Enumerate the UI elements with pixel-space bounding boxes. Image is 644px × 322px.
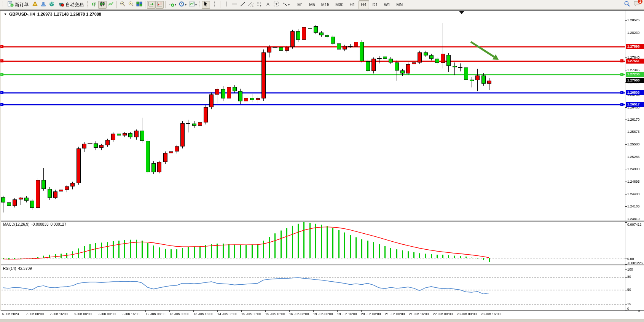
search-icon[interactable] bbox=[624, 1, 630, 8]
timeframe-group: M1M5M15M30H1H4D1W1MN bbox=[295, 0, 405, 9]
timeframe-button-M1[interactable]: M1 bbox=[295, 0, 306, 9]
signals-icon bbox=[49, 1, 55, 8]
crosshair-icon bbox=[211, 1, 217, 8]
chart-title: ▼ GBPUSD-,H4 1.26973 1.27148 1.26878 1.2… bbox=[4, 12, 101, 16]
timeframe-button-H4[interactable]: H4 bbox=[359, 0, 369, 9]
mt4-window: 新订单 自动交易 bbox=[0, 0, 644, 322]
timeframe-button-M30[interactable]: M30 bbox=[333, 0, 346, 9]
toolbar-separator bbox=[220, 1, 220, 8]
new-order-label: 新订单 bbox=[15, 2, 29, 8]
fibonacci-button[interactable]: F bbox=[255, 1, 264, 9]
rsi-value: 42.3709 bbox=[18, 266, 32, 271]
bar-chart-button[interactable] bbox=[90, 1, 98, 9]
toolbar-grip bbox=[87, 1, 89, 8]
toolbar-grip bbox=[199, 1, 201, 8]
timeframe-button-D1[interactable]: D1 bbox=[370, 0, 381, 9]
horizontal-line-icon bbox=[231, 1, 238, 8]
zoom-out-icon bbox=[128, 1, 134, 8]
rsi-name: RSI(14) bbox=[3, 266, 16, 271]
text-icon: A bbox=[266, 2, 269, 7]
chart-title-collapse-icon[interactable]: ▼ bbox=[4, 13, 7, 16]
candlestick-chart-icon bbox=[99, 1, 105, 8]
clock-icon bbox=[179, 1, 185, 8]
metaeditor-button[interactable] bbox=[31, 1, 39, 9]
crosshair-button[interactable] bbox=[210, 1, 218, 9]
macd-value: -0.000833 bbox=[31, 222, 48, 226]
zoom-out-button[interactable] bbox=[127, 1, 135, 9]
text-label-button[interactable]: T bbox=[272, 1, 281, 9]
equidistant-channel-icon: E bbox=[248, 1, 254, 8]
community-icon bbox=[40, 1, 46, 8]
chart-ohlc-values: 1.26973 1.27148 1.26878 1.27088 bbox=[37, 12, 101, 16]
toolbar-separator bbox=[165, 1, 166, 8]
chevron-down-icon: ▾ bbox=[185, 3, 187, 6]
timeframe-button-H1[interactable]: H1 bbox=[347, 0, 357, 9]
community-button[interactable] bbox=[39, 1, 48, 9]
toolbar-grip bbox=[292, 1, 293, 8]
vertical-line-button[interactable] bbox=[222, 1, 230, 9]
cursor-icon bbox=[203, 1, 209, 8]
auto-trading-icon bbox=[58, 1, 64, 8]
toolbar-right: 1 bbox=[624, 1, 644, 8]
macd-name: MACD(12,26,9) bbox=[3, 222, 29, 226]
macd-signal-value: 0.000127 bbox=[51, 222, 67, 226]
arrows-shapes-icon bbox=[282, 1, 288, 8]
rsi-indicator-label: RSI(14)42.3709 bbox=[3, 266, 34, 271]
line-chart-icon bbox=[108, 1, 114, 8]
periods-button[interactable]: ▾ bbox=[177, 1, 188, 9]
templates-icon bbox=[189, 1, 195, 8]
candlestick-chart-button[interactable] bbox=[98, 1, 107, 9]
metaeditor-icon bbox=[32, 1, 38, 8]
indicators-button[interactable]: ▾ bbox=[167, 1, 177, 9]
line-chart-button[interactable] bbox=[107, 1, 115, 9]
arrows-shapes-button[interactable]: ▾ bbox=[281, 1, 291, 9]
bar-chart-icon bbox=[91, 1, 97, 8]
chart-canvas[interactable] bbox=[0, 0, 644, 322]
new-order-button[interactable]: 新订单 bbox=[5, 1, 31, 9]
svg-text:E: E bbox=[252, 5, 253, 7]
timeframe-button-M5[interactable]: M5 bbox=[306, 0, 317, 9]
fibonacci-icon: F bbox=[257, 1, 263, 8]
chart-shift-icon bbox=[156, 1, 163, 8]
svg-text:T: T bbox=[276, 2, 278, 6]
chevron-down-icon: ▾ bbox=[175, 3, 176, 6]
zoom-in-icon bbox=[120, 1, 126, 8]
chevron-down-icon: ▾ bbox=[288, 3, 290, 6]
toolbar-separator bbox=[116, 1, 117, 8]
macd-indicator-label: MACD(12,26,9)-0.0008330.000127 bbox=[3, 222, 68, 226]
tile-windows-icon bbox=[136, 1, 142, 8]
cursor-button[interactable] bbox=[202, 1, 210, 9]
toolbar-separator bbox=[145, 1, 145, 8]
zoom-in-button[interactable] bbox=[118, 1, 127, 9]
timeframe-button-W1[interactable]: W1 bbox=[381, 0, 393, 9]
equidistant-channel-button[interactable]: E bbox=[247, 1, 255, 9]
auto-trading-label: 自动交易 bbox=[65, 2, 84, 8]
timeframe-button-MN[interactable]: MN bbox=[394, 0, 405, 9]
timeframe-button-M15[interactable]: M15 bbox=[319, 0, 332, 9]
chart-symbol-period: GBPUSD-,H4 bbox=[9, 12, 35, 16]
vertical-line-icon bbox=[223, 1, 229, 8]
toolbar: 新订单 自动交易 bbox=[0, 0, 644, 10]
indicators-icon bbox=[168, 1, 174, 8]
horizontal-line-button[interactable] bbox=[230, 1, 239, 9]
svg-text:F: F bbox=[260, 5, 262, 7]
trendline-icon bbox=[240, 1, 246, 8]
tile-windows-button[interactable] bbox=[135, 1, 143, 9]
text-button[interactable]: A bbox=[264, 1, 272, 9]
new-order-icon bbox=[8, 1, 14, 8]
chevron-down-icon: ▾ bbox=[195, 3, 197, 6]
trendline-button[interactable] bbox=[239, 1, 247, 9]
notification-badge: 1 bbox=[638, 0, 642, 4]
text-label-icon: T bbox=[273, 1, 279, 8]
notifications-button[interactable]: 1 bbox=[633, 1, 640, 8]
auto-trading-button[interactable]: 自动交易 bbox=[56, 1, 86, 9]
auto-scroll-icon bbox=[148, 1, 154, 8]
toolbar-grip bbox=[3, 1, 4, 8]
templates-button[interactable]: ▾ bbox=[188, 1, 198, 9]
auto-scroll-button[interactable] bbox=[147, 1, 155, 9]
signals-button[interactable] bbox=[48, 1, 56, 9]
chart-shift-button[interactable] bbox=[155, 1, 164, 9]
